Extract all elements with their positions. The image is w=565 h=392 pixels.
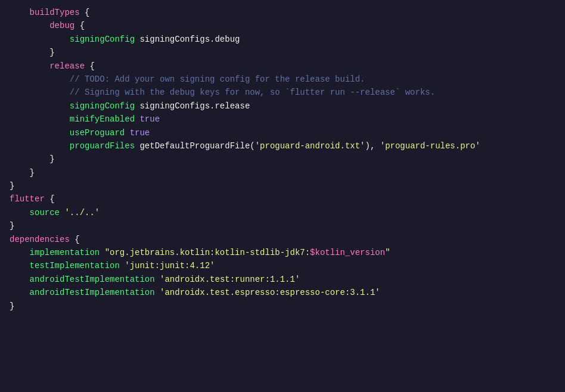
code-line: androidTestImplementation 'androidx.test… [0,286,565,299]
code-line: // Signing with the debug keys for now, … [0,86,565,99]
code-line: testImplementation 'junit:junit:4.12' [0,259,565,272]
code-line: } [0,219,565,232]
code-line: debug { [0,19,565,32]
code-line: buildTypes { [0,6,565,19]
code-line: androidTestImplementation 'androidx.test… [0,273,565,286]
code-line: dependencies { [0,233,565,246]
code-editor: buildTypes { debug { signingConfig signi… [0,0,565,392]
code-line: minifyEnabled true [0,113,565,126]
code-line: } [0,153,565,166]
code-line: } [0,179,565,192]
code-line: // TODO: Add your own signing config for… [0,73,565,86]
code-line: } [0,166,565,179]
code-line: } [0,300,565,313]
code-line: signingConfig signingConfigs.debug [0,33,565,46]
code-line: source '../..' [0,206,565,219]
code-content: buildTypes { debug { signingConfig signi… [0,6,565,313]
code-line: proguardFiles getDefaultProguardFile('pr… [0,139,565,153]
code-line: release { [0,60,565,73]
code-line: } [0,46,565,59]
code-line: implementation "org.jetbrains.kotlin:kot… [0,246,565,259]
code-line: flutter { [0,192,565,206]
code-line: useProguard true [0,126,565,139]
code-line: signingConfig signingConfigs.release [0,99,565,113]
